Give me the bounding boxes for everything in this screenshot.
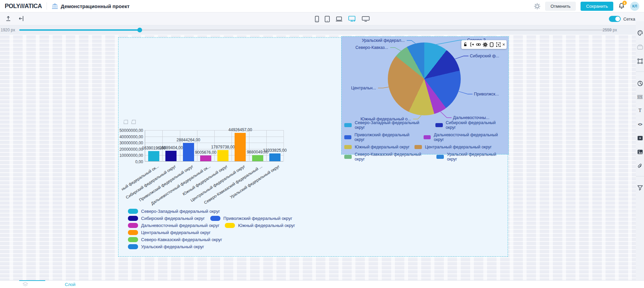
chart-widget-controls: [123, 119, 136, 124]
legend-item[interactable]: Южный федеральный округ: [344, 145, 410, 149]
legend-item[interactable]: Северо-Кавказский федеральный округ: [128, 237, 222, 242]
bar-0[interactable]: [148, 151, 159, 161]
legend-swatch: [436, 155, 444, 159]
y-tick-label: 50000000,00: [119, 128, 143, 133]
pie-chart-legend: Северо-Западный федеральный округСибирск…: [344, 120, 507, 162]
legend-label: Сибирский федеральный округ: [446, 120, 507, 130]
device-phone-icon[interactable]: [315, 16, 319, 22]
bar-6[interactable]: [252, 155, 263, 161]
header-divider: [47, 2, 47, 10]
gear-icon[interactable]: [534, 3, 540, 9]
bar-value-label: 16889404,00: [159, 145, 183, 150]
palette-icon[interactable]: [637, 30, 643, 36]
legend-label: Приволжский федеральный округ: [223, 216, 292, 221]
widgets-tray-icon[interactable]: [637, 45, 643, 50]
bar-5[interactable]: [235, 133, 246, 161]
legend-item[interactable]: Уральский федеральный округ: [436, 152, 507, 162]
bar-chart-y-axis: 50000000,0040000000,0030000000,002000000…: [118, 130, 144, 164]
bar-value-label: 44926457,00: [229, 127, 252, 132]
code-tool-icon[interactable]: <>: [638, 122, 642, 127]
slider-fill: [19, 29, 140, 31]
legend-swatch: [128, 209, 138, 214]
legend-label: Сибирский федеральный округ: [141, 216, 205, 221]
bar-3[interactable]: [200, 155, 211, 161]
bar-1[interactable]: [165, 151, 177, 161]
device-tablet-icon[interactable]: [325, 16, 330, 22]
app-header: POLY///ATICA Демонстрационный проект Отм…: [0, 0, 644, 12]
legend-swatch: [414, 145, 422, 149]
cancel-button[interactable]: Отменить: [545, 2, 576, 11]
frame-icon[interactable]: [637, 58, 643, 64]
device-laptop-icon[interactable]: [336, 17, 343, 22]
device-desktop-icon-active[interactable]: [348, 16, 356, 22]
legend-label: Южный федеральный округ: [238, 223, 295, 228]
svg-tool-icon[interactable]: SVG: [637, 95, 643, 99]
chart-undo-icon[interactable]: [131, 119, 136, 124]
device-widescreen-icon[interactable]: [362, 16, 370, 22]
legend-item[interactable]: Приволжский федеральный округ: [210, 216, 292, 221]
legend-item[interactable]: Уральский федеральный округ: [128, 244, 204, 249]
pie-chart[interactable]: [388, 42, 461, 115]
insert-left-icon[interactable]: [19, 16, 24, 22]
legend-label: Уральский федеральный округ: [447, 152, 507, 162]
slider-handle[interactable]: [137, 28, 142, 32]
legend-label: Дальневосточный федеральный округ: [141, 223, 219, 228]
tab-layer[interactable]: Слой: [65, 282, 76, 287]
attachment-icon[interactable]: [637, 163, 643, 169]
legend-item[interactable]: Сибирский федеральный округ: [128, 216, 205, 221]
bar-7[interactable]: [269, 153, 280, 161]
legend-item[interactable]: Центральный федеральный округ: [128, 230, 211, 235]
legend-item[interactable]: Приволжский федеральный округ: [344, 133, 419, 142]
avatar[interactable]: КЛ: [630, 2, 639, 11]
upload-icon[interactable]: [5, 16, 11, 22]
pie-chart-widget-selected[interactable]: Северо-З...Сибирский ф...Приволжск...Дал…: [341, 36, 509, 154]
pie-slice-label: Уральский федерал...: [362, 38, 405, 43]
pie-chart-tool-icon[interactable]: [637, 81, 643, 86]
legend-swatch: [344, 155, 352, 159]
designer-toolbar: Сетка: [0, 12, 644, 25]
legend-item[interactable]: Центральный федеральный округ: [414, 145, 492, 149]
text-tool-icon[interactable]: T: [638, 108, 641, 113]
legend-item[interactable]: Дальневосточный федеральный округ: [424, 133, 507, 142]
notifications-bell-icon[interactable]: 1: [618, 2, 625, 10]
legend-label: Северо-Кавказский федеральный округ: [355, 152, 432, 162]
legend-item[interactable]: Южный федеральный округ: [225, 223, 295, 228]
legend-label: Центральный федеральный округ: [425, 145, 492, 149]
bar-2[interactable]: [183, 143, 194, 161]
transform-icon[interactable]: [496, 42, 501, 47]
legend-swatch: [128, 230, 138, 235]
bar-chart-legend: Северо-Западный федеральный округСибирск…: [128, 209, 295, 249]
link-icon[interactable]: [476, 42, 481, 47]
copy-icon[interactable]: [489, 42, 494, 47]
settings-gear-icon[interactable]: [483, 42, 488, 47]
legend-label: Центральный федеральный округ: [141, 230, 211, 235]
filter-funnel-icon[interactable]: [637, 185, 643, 191]
legend-item[interactable]: Северо-Кавказский федеральный округ: [344, 152, 432, 162]
notification-badge: 1: [622, 1, 627, 5]
dashboard-canvas[interactable]: 50000000,0040000000,0030000000,002000000…: [0, 35, 636, 280]
bar-chart-widget[interactable]: 50000000,0040000000,0030000000,002000000…: [118, 37, 508, 257]
chart-export-icon[interactable]: [123, 119, 129, 124]
bar-chart-x-axis: ный федеральный ок...Сибирский федеральн…: [145, 162, 283, 202]
bar-4[interactable]: [217, 150, 229, 161]
image-tool-icon[interactable]: [637, 149, 643, 154]
width-slider[interactable]: [19, 29, 612, 31]
layers-icon[interactable]: [22, 282, 28, 287]
legend-swatch: [210, 216, 220, 221]
pie-slice-label: Северо-Кавказ...: [355, 45, 388, 50]
legend-item[interactable]: Дальневосточный федеральный округ: [128, 223, 219, 228]
bar-value-label: 28844264,00: [177, 138, 200, 142]
save-button[interactable]: Сохранить: [581, 2, 613, 11]
close-icon[interactable]: ×: [502, 42, 505, 47]
sidebar-divider: [636, 71, 644, 72]
grid-toggle[interactable]: [609, 16, 621, 22]
export-icon[interactable]: [469, 42, 475, 47]
pie-slice-label: Дальневосточны...: [453, 115, 489, 120]
pie-slice-label: Приволжск...: [474, 92, 499, 96]
legend-item[interactable]: Сибирский федеральный округ: [435, 120, 507, 130]
legend-item[interactable]: Северо-Западный федеральный округ: [128, 209, 220, 214]
legend-swatch: [128, 237, 138, 242]
video-tool-icon[interactable]: [637, 136, 643, 141]
legend-item[interactable]: Северо-Западный федеральный округ: [344, 120, 431, 130]
unlock-icon[interactable]: [463, 42, 468, 47]
